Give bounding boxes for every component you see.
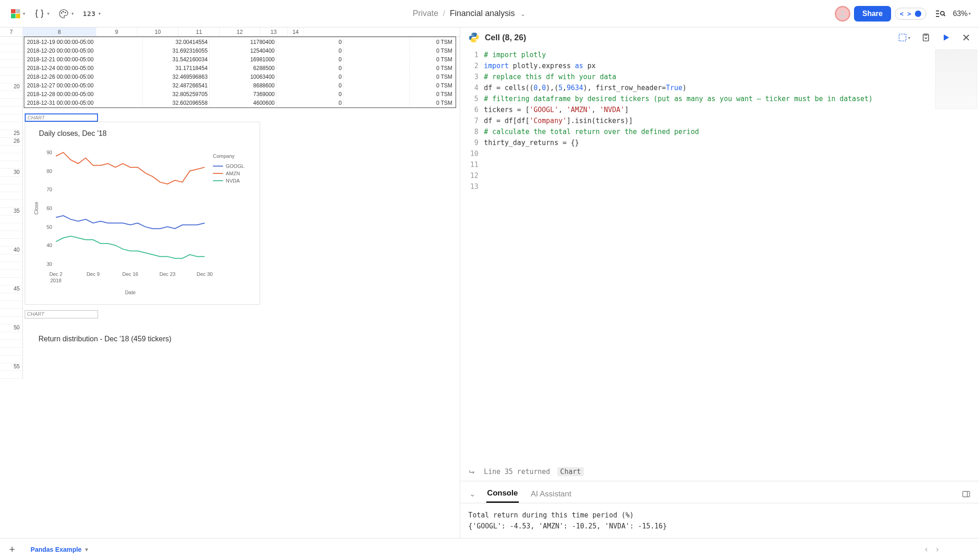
share-button[interactable]: Share	[854, 6, 891, 22]
grid-area[interactable]: 2018-12-19 00:00:00-05:0032.004145541178…	[23, 37, 460, 379]
row-header[interactable]: 35	[0, 208, 23, 215]
code-line[interactable]: # filtering dataframe by desired tickers…	[484, 93, 929, 104]
column-header[interactable]: 7	[0, 27, 23, 36]
row-header[interactable]	[0, 161, 23, 169]
table-cell[interactable]: 0 TSM	[411, 90, 455, 98]
code-block-menu[interactable]: ▾	[32, 7, 52, 21]
row-header[interactable]	[0, 270, 23, 278]
table-cell[interactable]: 0	[278, 64, 344, 72]
table-cell[interactable]: 4600600	[211, 99, 277, 107]
table-cell[interactable]: 32.805259705	[144, 90, 210, 98]
table-cell[interactable]: 0 TSM	[411, 47, 455, 54]
row-header[interactable]	[0, 355, 23, 363]
row-header[interactable]	[0, 68, 23, 75]
row-header[interactable]: 20	[0, 83, 23, 91]
row-header[interactable]	[0, 371, 23, 379]
table-row[interactable]: 2018-12-31 00:00:00-05:0032.602096558460…	[25, 99, 455, 107]
table-row[interactable]: 2018-12-19 00:00:00-05:0032.004145541178…	[25, 38, 455, 46]
table-cell[interactable]: 0	[278, 38, 344, 46]
table-cell[interactable]: 16981000	[211, 55, 277, 63]
table-cell[interactable]: 2018-12-24 00:00:00-05:00	[25, 64, 143, 72]
zoom-menu[interactable]: 63% ▾	[953, 10, 971, 18]
chart-cell-indicator[interactable]: CHART	[25, 113, 98, 122]
row-header[interactable]	[0, 153, 23, 161]
table-cell[interactable]: 0	[278, 55, 344, 63]
table-cell[interactable]: 0	[278, 99, 344, 107]
table-cell[interactable]: 0 TSM	[411, 81, 455, 89]
code-line[interactable]: thirty_day_returns = {}	[484, 137, 929, 148]
minimap[interactable]	[935, 49, 977, 109]
table-cell[interactable]: 6288500	[211, 64, 277, 72]
row-header[interactable]	[0, 192, 23, 200]
table-cell[interactable]: 0 TSM	[411, 73, 455, 81]
column-header[interactable]: 9	[96, 27, 137, 36]
row-header[interactable]	[0, 114, 23, 122]
table-cell[interactable]: 2018-12-26 00:00:00-05:00	[25, 73, 143, 81]
logo-menu[interactable]: ▾	[8, 7, 28, 20]
table-cell[interactable]: 0 TSM	[411, 64, 455, 72]
row-header[interactable]	[0, 37, 23, 44]
column-header[interactable]: 11	[179, 27, 220, 36]
code-line[interactable]: # import plotly	[484, 49, 929, 60]
chart2-cell-indicator[interactable]: CHART	[25, 310, 98, 318]
table-row[interactable]: 2018-12-26 00:00:00-05:0032.469596863100…	[25, 73, 455, 81]
table-row[interactable]: 2018-12-21 00:00:00-05:0031.542160034169…	[25, 55, 455, 63]
column-header[interactable]: 12	[220, 27, 260, 36]
table-cell[interactable]	[345, 55, 409, 63]
column-header[interactable]: 8	[23, 27, 96, 36]
table-cell[interactable]	[345, 90, 409, 98]
code-line[interactable]: # calculate the total return over the de…	[484, 126, 929, 137]
row-header[interactable]	[0, 332, 23, 340]
row-header[interactable]	[0, 317, 23, 324]
row-header[interactable]	[0, 231, 23, 239]
table-cell[interactable]: 10063400	[211, 73, 277, 81]
column-header[interactable]: 14	[288, 27, 304, 36]
select-range-button[interactable]: ▾	[898, 33, 910, 42]
row-header[interactable]	[0, 262, 23, 270]
table-row[interactable]: 2018-12-20 00:00:00-05:0031.692316055125…	[25, 47, 455, 54]
chart-container[interactable]: Daily closes, Dec '18 30405060708090Dec …	[25, 122, 260, 305]
tab-ai-assistant[interactable]: AI Assistant	[530, 486, 572, 502]
table-cell[interactable]: 32.00414554	[144, 38, 210, 46]
privacy-label[interactable]: Private	[413, 9, 438, 18]
table-cell[interactable]: 31.692316055	[144, 47, 210, 54]
row-header[interactable]	[0, 177, 23, 184]
chevron-down-icon[interactable]: ⌄	[520, 10, 526, 17]
row-header[interactable]	[0, 122, 23, 130]
row-header[interactable]: 26	[0, 138, 23, 145]
row-header[interactable]	[0, 348, 23, 355]
table-cell[interactable]: 32.602096558	[144, 99, 210, 107]
table-cell[interactable]: 2018-12-21 00:00:00-05:00	[25, 55, 143, 63]
row-header[interactable]	[0, 254, 23, 262]
document-name[interactable]: Financial analysis	[450, 9, 515, 18]
number-format-menu[interactable]: 123 ▾	[80, 8, 103, 19]
table-cell[interactable]: 0 TSM	[411, 55, 455, 63]
table-cell[interactable]: 0	[278, 90, 344, 98]
table-cell[interactable]: 2018-12-31 00:00:00-05:00	[25, 99, 143, 107]
row-header[interactable]	[0, 223, 23, 231]
row-header[interactable]	[0, 293, 23, 301]
column-header[interactable]: 10	[137, 27, 179, 36]
user-avatar[interactable]	[835, 6, 850, 22]
row-header[interactable]: 25	[0, 130, 23, 138]
code-view-toggle[interactable]: < >	[895, 8, 926, 20]
table-cell[interactable]: 0 TSM	[411, 99, 455, 107]
row-header[interactable]	[0, 215, 23, 223]
row-header[interactable]	[0, 145, 23, 153]
row-header[interactable]: 45	[0, 285, 23, 293]
paste-button[interactable]	[921, 33, 930, 42]
table-cell[interactable]: 11780400	[211, 38, 277, 46]
row-header[interactable]: 40	[0, 247, 23, 254]
row-header[interactable]: 30	[0, 169, 23, 177]
row-header[interactable]	[0, 340, 23, 348]
table-cell[interactable]: 0	[278, 47, 344, 54]
table-cell[interactable]: 0	[278, 73, 344, 81]
table-cell[interactable]: 32.487266541	[144, 81, 210, 89]
row-header[interactable]: 55	[0, 363, 23, 371]
row-header[interactable]	[0, 99, 23, 107]
table-cell[interactable]: 32.469596863	[144, 73, 210, 81]
table-cell[interactable]	[345, 64, 409, 72]
column-header[interactable]: 13	[260, 27, 288, 36]
table-cell[interactable]: 0	[278, 81, 344, 89]
code-line[interactable]: import plotly.express as px	[484, 60, 929, 71]
